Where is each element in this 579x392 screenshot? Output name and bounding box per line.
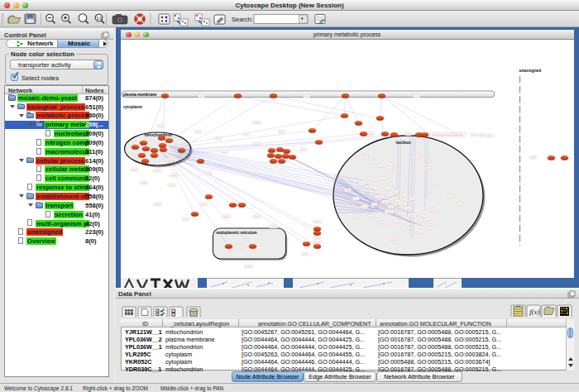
svg-text:nucleus: nucleus: [395, 141, 410, 145]
svg-text:Search:: Search:: [232, 16, 253, 23]
svg-text:f(x): f(x): [529, 308, 540, 316]
svg-text:unassigned: unassigned: [519, 69, 541, 73]
svg-text:1:1: 1:1: [97, 17, 103, 21]
svg-text:plasma membrane: plasma membrane: [123, 93, 157, 97]
svg-text:endoplasmic reticulum: endoplasmic reticulum: [216, 231, 256, 235]
svg-text:cytoplasm: cytoplasm: [123, 105, 142, 109]
